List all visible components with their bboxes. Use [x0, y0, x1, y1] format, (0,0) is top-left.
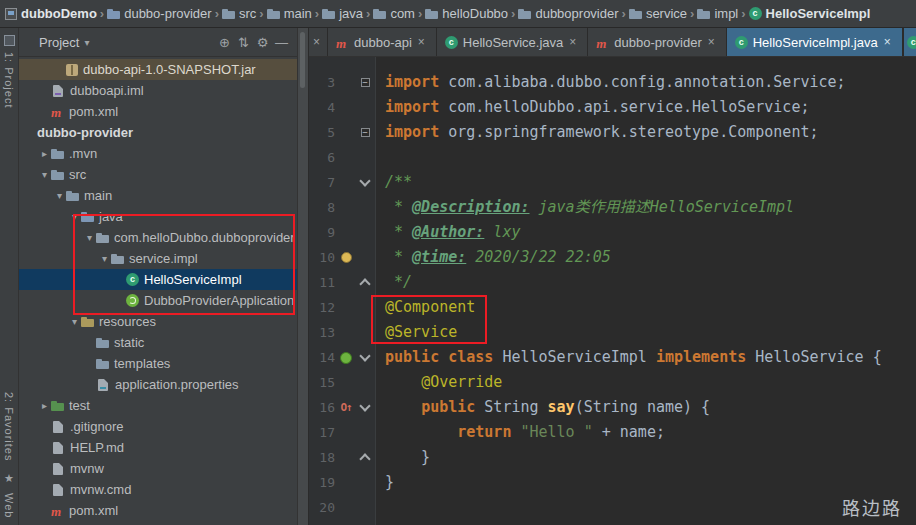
close-icon[interactable] [313, 36, 323, 48]
tool-button-web[interactable]: Web [3, 493, 15, 518]
project-panel: Project ▾ ⊕ ⇅ ⚙ — dubbo-api-1.0-SNAPSHOT… [19, 28, 297, 525]
line-number[interactable]: 12 [309, 295, 335, 320]
line-number[interactable]: 7 [309, 170, 335, 195]
line-number[interactable]: 3 [309, 70, 335, 95]
editor-tab[interactable]: HelloService.java [437, 28, 588, 56]
line-number[interactable]: 14 [309, 345, 335, 370]
tree-item[interactable]: mvnw.cmd [19, 479, 297, 500]
bulb-gutter-icon[interactable] [335, 245, 357, 270]
close-icon[interactable] [708, 36, 718, 48]
breadcrumb-item[interactable]: com [373, 6, 415, 21]
editor-tab[interactable]: dubbo-api [328, 28, 437, 56]
star-icon[interactable]: ★ [4, 472, 14, 485]
locate-icon[interactable]: ⊕ [215, 35, 234, 50]
tree-item[interactable]: dubboapi.iml [19, 80, 297, 101]
breadcrumb-item[interactable]: main [267, 6, 312, 21]
code-token: HelloServiceImpl [502, 348, 656, 366]
gutter-line: 16 [309, 395, 375, 420]
editor-tab[interactable]: dubbo-provider [588, 28, 726, 56]
partial-tab-left[interactable] [309, 28, 328, 56]
editor-code[interactable]: import com.alibaba.dubbo.config.annotati… [376, 57, 916, 525]
partial-tab-right[interactable] [903, 28, 916, 56]
breadcrumb-item[interactable]: src [222, 6, 256, 21]
tree-item[interactable]: HELP.md [19, 437, 297, 458]
line-number[interactable]: 5 [309, 120, 335, 145]
fold-down-icon[interactable] [357, 170, 373, 195]
tree-item[interactable]: mvnw [19, 458, 297, 479]
tree-down-arrow-icon[interactable]: ▾ [98, 253, 111, 264]
close-icon[interactable] [884, 36, 894, 48]
tree-item[interactable]: pom.xml [19, 101, 297, 122]
line-number[interactable]: 6 [309, 145, 335, 170]
gutter-line: 9 [309, 220, 375, 245]
tree-item[interactable]: ▸.mvn [19, 143, 297, 164]
folder-test-icon [51, 400, 64, 412]
tree-item[interactable]: HelloServiceImpl [19, 269, 297, 290]
editor-tab[interactable]: HelloServiceImpl.java [727, 28, 903, 56]
line-number[interactable]: 18 [309, 445, 335, 470]
tool-button-favorites[interactable]: 2: Favorites [3, 392, 15, 461]
fold-up-icon[interactable] [357, 445, 373, 470]
tree-down-arrow-icon[interactable]: ▾ [83, 232, 96, 243]
tree-item[interactable]: templates [19, 353, 297, 374]
line-number[interactable]: 19 [309, 470, 335, 495]
fold-minus-icon[interactable] [357, 120, 373, 145]
tree-item[interactable]: dubbo-provider [19, 122, 297, 143]
tree-item[interactable]: ▸test [19, 395, 297, 416]
breadcrumb-item[interactable]: dubboprovider [518, 6, 618, 21]
breadcrumb-item[interactable]: service [629, 6, 687, 21]
override-gutter-icon[interactable] [335, 395, 357, 420]
line-number[interactable]: 20 [309, 495, 335, 520]
breadcrumb-item[interactable]: helloDubbo [425, 6, 508, 21]
tree-item[interactable]: ▾service.impl [19, 248, 297, 269]
tree-item[interactable]: ▾src [19, 164, 297, 185]
panel-splitter[interactable] [297, 28, 309, 525]
close-icon[interactable] [418, 36, 428, 48]
breadcrumb-item[interactable]: java [322, 6, 363, 21]
tool-button-project[interactable]: 1: Project [3, 52, 15, 108]
tree-item[interactable]: pom.xml [19, 500, 297, 521]
editor[interactable]: 34567891011121314151617181920 import com… [309, 57, 916, 525]
tree-item[interactable]: ▾java [19, 206, 297, 227]
gear-icon[interactable]: ⚙ [253, 35, 272, 50]
spring-gutter-icon[interactable] [335, 345, 357, 370]
tree-item[interactable]: dubbo-api-1.0-SNAPSHOT.jar [19, 59, 297, 80]
line-number[interactable]: 9 [309, 220, 335, 245]
breadcrumb-item[interactable]: impl [697, 6, 738, 21]
line-number[interactable]: 16 [309, 395, 335, 420]
project-tool-icon[interactable] [4, 35, 15, 46]
line-number[interactable]: 10 [309, 245, 335, 270]
breadcrumb-item[interactable]: dubbo-provider [107, 6, 211, 21]
line-number[interactable]: 4 [309, 95, 335, 120]
line-number[interactable]: 13 [309, 320, 335, 345]
scroll-sync-icon[interactable]: ⇅ [234, 35, 253, 50]
scrollbar-thumb[interactable] [300, 32, 305, 88]
tree-item[interactable]: ▾main [19, 185, 297, 206]
tree-right-arrow-icon[interactable]: ▸ [38, 148, 51, 159]
tree-right-arrow-icon[interactable]: ▸ [38, 400, 51, 411]
line-number[interactable]: 17 [309, 420, 335, 445]
hide-panel-icon[interactable]: — [272, 35, 291, 50]
line-number[interactable]: 8 [309, 195, 335, 220]
tree-item[interactable]: ▾resources [19, 311, 297, 332]
tree-item[interactable]: ▾com.helloDubbo.dubboprovider [19, 227, 297, 248]
breadcrumb-item[interactable]: dubboDemo [5, 6, 97, 21]
tree-item[interactable]: application.properties [19, 374, 297, 395]
tree-item[interactable]: DubboProviderApplication [19, 290, 297, 311]
tree-item[interactable]: .gitignore [19, 416, 297, 437]
tree-item-label: dubbo-api-1.0-SNAPSHOT.jar [83, 62, 256, 77]
fold-up-icon[interactable] [357, 270, 373, 295]
tree-down-arrow-icon[interactable]: ▾ [53, 190, 66, 201]
tree-down-arrow-icon[interactable]: ▾ [38, 169, 51, 180]
tree-item[interactable]: static [19, 332, 297, 353]
close-icon[interactable] [569, 36, 579, 48]
tree-down-arrow-icon[interactable]: ▾ [68, 316, 81, 327]
fold-down-icon[interactable] [357, 345, 373, 370]
project-panel-title[interactable]: Project ▾ [39, 35, 90, 50]
line-number[interactable]: 15 [309, 370, 335, 395]
tree-down-arrow-icon[interactable]: ▾ [68, 211, 81, 222]
fold-minus-icon[interactable] [357, 70, 373, 95]
fold-down-icon[interactable] [357, 395, 373, 420]
breadcrumb-item[interactable]: HelloServiceImpl [749, 6, 871, 21]
line-number[interactable]: 11 [309, 270, 335, 295]
